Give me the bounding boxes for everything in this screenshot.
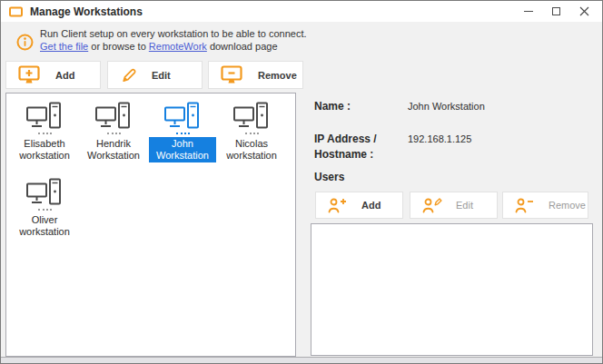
maximize-button[interactable] (542, 1, 570, 22)
workstation-list: Elisabeth workstation Hendrik Workstatio… (5, 93, 296, 357)
window-bottom-edge (1, 357, 602, 363)
workstation-icon (25, 102, 64, 131)
info-line2: Get the file or browse to RemoteWork dow… (40, 40, 307, 53)
get-the-file-link[interactable]: Get the file (40, 41, 88, 52)
ip-hostname-value: 192.168.1.125 (408, 133, 471, 144)
info-message: Run Client setup on every workstation to… (40, 27, 307, 53)
info-after-text: download page (207, 41, 278, 52)
window-title: Manage Workstations (30, 5, 143, 18)
workstation-icon (94, 102, 133, 131)
user-add-label: Add (361, 200, 381, 211)
monitor-plus-icon (18, 65, 42, 84)
users-heading: Users (314, 170, 344, 185)
user-remove-label: Remove (549, 200, 586, 211)
workstation-icon (232, 102, 271, 131)
app-monitor-icon (9, 6, 23, 17)
remotework-link[interactable]: RemoteWork (149, 41, 207, 52)
maximize-icon (552, 7, 560, 15)
workstation-icon (163, 102, 202, 131)
workstation-list-item[interactable]: Hendrik Workstation (79, 98, 148, 174)
minimize-icon (524, 11, 533, 12)
monitor-minus-icon (221, 65, 244, 84)
info-bar: Run Client setup on every workstation to… (1, 22, 602, 60)
name-label: Name : (314, 99, 351, 114)
workstation-name-label: Elisabeth workstation (11, 137, 78, 162)
window-controls (514, 1, 598, 22)
user-pencil-icon (422, 198, 442, 213)
workstation-list-item[interactable]: John Workstation (148, 98, 217, 174)
workstation-caption-dashes (245, 133, 259, 134)
close-button[interactable] (570, 1, 598, 22)
workstation-edit-label: Edit (152, 70, 171, 81)
info-between-text: or browse to (88, 41, 149, 52)
workstation-remove-label: Remove (258, 70, 297, 81)
workstation-icon (25, 178, 64, 207)
user-edit-label: Edit (456, 200, 473, 211)
pencil-icon (120, 66, 138, 84)
workstation-caption-dashes (38, 133, 52, 134)
workstation-name-label: John Workstation (149, 137, 216, 162)
workstation-list-item[interactable]: Oliver workstation (10, 174, 79, 251)
workstation-edit-button[interactable]: Edit (107, 61, 203, 89)
user-minus-icon (515, 198, 535, 213)
user-remove-button[interactable]: Remove (502, 192, 588, 219)
name-value: John Workstation (408, 101, 485, 112)
workstation-name-label: Oliver workstation (11, 213, 78, 239)
close-icon (579, 6, 589, 16)
user-edit-button[interactable]: Edit (410, 192, 498, 219)
workstation-caption-dashes (176, 133, 190, 134)
workstation-name-label: Hendrik Workstation (80, 137, 147, 162)
workstation-caption-dashes (38, 209, 52, 211)
title-bar: Manage Workstations (1, 1, 602, 22)
minimize-button[interactable] (514, 1, 542, 22)
workstation-caption-dashes (107, 133, 121, 134)
user-add-button[interactable]: Add (315, 192, 403, 219)
workstation-list-item[interactable]: Nicolas workstation (217, 98, 286, 174)
ip-hostname-label: IP Address / Hostname : (314, 132, 398, 162)
workstation-name-label: Nicolas workstation (218, 137, 285, 162)
users-list[interactable] (311, 223, 593, 356)
workstation-add-button[interactable]: Add (5, 61, 101, 89)
workstation-add-label: Add (55, 70, 74, 81)
workstation-list-item[interactable]: Elisabeth workstation (10, 98, 79, 174)
manage-workstations-window: Manage Workstations Run Client setup on … (0, 0, 603, 364)
info-icon (16, 34, 34, 54)
workstation-remove-button[interactable]: Remove (208, 61, 303, 89)
user-plus-icon (328, 198, 348, 213)
info-line1: Run Client setup on every workstation to… (40, 27, 307, 40)
